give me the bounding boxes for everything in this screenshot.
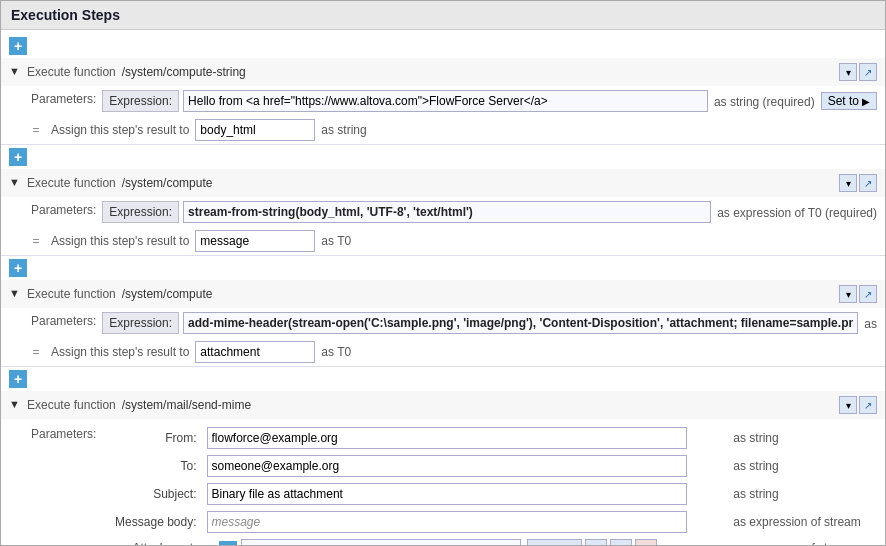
step1-assign-row: = Assign this step's result to as string [1,116,885,144]
step1-params-label: Parameters: [31,90,96,106]
add-row-3: + [1,367,885,391]
step4-attachment-label: Attachment: [104,537,200,545]
step4-from-input[interactable] [207,427,687,449]
step3-execute-label: Execute function [27,287,116,301]
step4-set-to-btn[interactable]: Set to ▶ [527,539,581,545]
step4-to-label: To: [104,453,200,479]
add-step-button-1[interactable]: + [9,148,27,166]
step3-params-label: Parameters: [31,312,96,328]
step4-field-attachment: Attachment: ▼ + Set to [104,537,875,545]
step4-from-label: From: [104,425,200,451]
step4-attachment-sub-row: ▼ + Set to ▶ ↑ ↓ [207,539,724,545]
step4-fields-container: From: as string To: as string [102,423,877,545]
step4-msgbody-input[interactable] [207,511,687,533]
step2-param-inner: Expression: as expression of T0 (require… [102,201,877,223]
step3-as-type: as [864,315,877,331]
step4-header: ▼ Execute function /system/mail/send-mim… [1,391,885,419]
step2-assign-type: as T0 [321,234,351,248]
step1-expr-input[interactable] [183,90,708,112]
step1-header: ▼ Execute function /system/compute-strin… [1,58,885,86]
step4-msgbody-label: Message body: [104,509,200,535]
step4-msgbody-astype: as expression of stream [729,509,875,535]
step3-dropdown-btn[interactable]: ▾ [839,285,857,303]
step4-dropdown-btn[interactable]: ▾ [839,396,857,414]
main-container: Execution Steps + ▼ Execute function /sy… [0,0,886,546]
step1-expr-label: Expression: [102,90,179,112]
add-step-button-2[interactable]: + [9,259,27,277]
step2-collapse-arrow[interactable]: ▼ [9,176,23,190]
step4-field-subject: Subject: as string [104,481,875,507]
step4-params-label: Parameters: [31,423,96,441]
step3-params-row: Parameters: Expression: as [1,308,885,338]
step1-assign-type: as string [321,123,366,137]
step2-params-label: Parameters: [31,201,96,217]
add-row-2: + [1,256,885,280]
step3-param-inner: Expression: as [102,312,877,334]
step3-expr-label: Expression: [102,312,179,334]
step2-assign-label: Assign this step's result to [51,234,189,248]
step4-move-down-btn[interactable]: ↓ [610,539,632,545]
top-add-row: + [1,34,885,58]
step4-delete-btn[interactable]: 🗑 [635,539,657,545]
add-row-1: + [1,145,885,169]
step1-set-to-btn[interactable]: Set to ▶ [821,92,877,110]
step2-function-path: /system/compute [122,176,835,190]
step2-external-link-btn[interactable]: ↗ [859,174,877,192]
step4-to-input[interactable] [207,455,687,477]
step4-subject-input[interactable] [207,483,687,505]
set-to-arrow-icon: ▶ [566,543,575,545]
add-step-button-3[interactable]: + [9,370,27,388]
step-block-3: ▼ Execute function /system/compute ▾ ↗ P… [1,280,885,367]
step4-attachment-astype: as sequence of stream [729,537,875,545]
step-block-4: ▼ Execute function /system/mail/send-mim… [1,391,885,545]
step1-assign-label: Assign this step's result to [51,123,189,137]
step4-attachment-add-btn[interactable]: + [219,541,237,545]
step3-expr-input[interactable] [183,312,858,334]
step2-expr-input[interactable] [183,201,711,223]
step4-execute-label: Execute function [27,398,116,412]
step2-as-type: as expression of T0 (required) [717,204,877,220]
step4-subject-astype: as string [729,481,875,507]
step2-expr-label: Expression: [102,201,179,223]
step1-params-row: Parameters: Expression: as string (requi… [1,86,885,116]
step3-external-link-btn[interactable]: ↗ [859,285,877,303]
step1-dropdown-btn[interactable]: ▾ [839,63,857,81]
step1-as-type: as string (required) [714,93,815,109]
step1-external-link-btn[interactable]: ↗ [859,63,877,81]
step4-from-astype: as string [729,425,875,451]
step2-params-row: Parameters: Expression: as expression of… [1,197,885,227]
step4-field-msgbody: Message body: as expression of stream [104,509,875,535]
step2-assign-row: = Assign this step's result to as T0 [1,227,885,255]
step4-move-up-btn[interactable]: ↑ [585,539,607,545]
step2-header: ▼ Execute function /system/compute ▾ ↗ [1,169,885,197]
step3-function-path: /system/compute [122,287,835,301]
step4-params-row: Parameters: From: as string To: [1,419,885,545]
step1-eq-icon: = [29,123,43,137]
step4-field-to: To: as string [104,453,875,479]
set-to-label: Set to [534,543,565,545]
step2-execute-label: Execute function [27,176,116,190]
step4-function-path: /system/mail/send-mime [122,398,835,412]
step1-execute-label: Execute function [27,65,116,79]
step4-field-from: From: as string [104,425,875,451]
step3-header: ▼ Execute function /system/compute ▾ ↗ [1,280,885,308]
step1-collapse-arrow[interactable]: ▼ [9,65,23,79]
step-block-1: ▼ Execute function /system/compute-strin… [1,58,885,145]
add-step-button-top[interactable]: + [9,37,27,55]
content-area: + ▼ Execute function /system/compute-str… [1,30,885,545]
step4-subject-label: Subject: [104,481,200,507]
step4-collapse-arrow[interactable]: ▼ [9,398,23,412]
step4-attachment-expr-input[interactable] [241,539,521,545]
step4-attachment-collapse[interactable]: ▼ [207,545,217,546]
step3-assign-input[interactable] [195,341,315,363]
step2-dropdown-btn[interactable]: ▾ [839,174,857,192]
step4-external-link-btn[interactable]: ↗ [859,396,877,414]
step1-param-inner: Expression: as string (required) Set to … [102,90,877,112]
page-title: Execution Steps [1,1,885,30]
step3-assign-type: as T0 [321,345,351,359]
step2-assign-input[interactable] [195,230,315,252]
step3-collapse-arrow[interactable]: ▼ [9,287,23,301]
step3-assign-row: = Assign this step's result to as T0 [1,338,885,366]
step3-eq-icon: = [29,345,43,359]
step1-assign-input[interactable] [195,119,315,141]
